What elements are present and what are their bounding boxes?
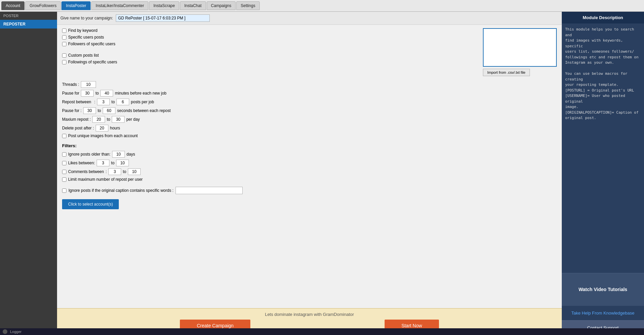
max-label: Maxium repost : [62, 117, 91, 122]
pause-minutes-row: Pause for to minutes before each new job [62, 90, 557, 97]
campaign-name-label: Give name to your campaign: [60, 16, 113, 20]
pause-to-input[interactable] [100, 90, 113, 97]
find-by-keyword-checkbox[interactable] [62, 29, 66, 33]
pause2-label: Pause for : [62, 108, 82, 113]
sidebar: POSTER REPOSTER [0, 12, 57, 335]
pause2-suffix: seconds between each repost [117, 108, 170, 113]
comments-between-row: Comments between : to [62, 168, 557, 175]
ignore-older-label: Ignore posts older than: [68, 152, 110, 157]
sidebar-header: POSTER [0, 12, 57, 20]
module-desc-header: Module Description [562, 12, 644, 23]
right-panel-wrapper: Module Description This module helps you… [562, 12, 644, 335]
app-wrapper: Account GrowFollowers InstaPoster InstaL… [0, 0, 644, 335]
max-suffix: per day [126, 117, 140, 122]
comments-checkbox[interactable] [62, 170, 66, 174]
tab-account[interactable]: Account [1, 1, 24, 10]
content-and-right: POSTER REPOSTER Give name to your campai… [0, 12, 644, 335]
ignore-caption-row: Ignore posts if the original caption con… [62, 187, 557, 194]
repost-between-label: Repost between [62, 100, 91, 104]
max-to-input[interactable] [112, 116, 125, 123]
filters-section: Filters: Ignore posts older than: days L… [62, 143, 557, 182]
unique-images-item: Post unique images from each account [62, 133, 557, 138]
delete-label: Delete post after : [62, 126, 94, 130]
repost-between-row: Repost between : to posts per job [62, 99, 557, 105]
unique-images-label: Post unique images from each account [68, 133, 138, 138]
specific-users-item: Specific users posts [62, 35, 416, 40]
specific-users-label: Specific users posts [68, 35, 104, 40]
image-preview-box [483, 28, 557, 67]
repost-sep: : [94, 100, 95, 104]
delete-suffix: hours [110, 126, 120, 130]
max-repost-row: Maxium repost : to per day [62, 116, 557, 123]
comments-sep: : [106, 169, 107, 174]
knowledgebase-btn[interactable]: Take Help From Knowledgebase [562, 305, 644, 320]
tab-instaliker[interactable]: InstaLiker/InstaCommenter [91, 1, 148, 10]
module-desc-text: This module helps you to search and find… [562, 23, 644, 273]
tab-growfollowers[interactable]: GrowFollowers [25, 1, 61, 10]
threads-input[interactable] [81, 81, 96, 88]
limit-repost-checkbox[interactable] [62, 177, 66, 182]
right-panel: Module Description This module helps you… [562, 12, 644, 335]
likes-from-input[interactable] [97, 160, 109, 166]
custom-posts-label: Custom posts list [68, 53, 99, 58]
followings-specific-checkbox[interactable] [62, 60, 66, 64]
ignore-caption-input[interactable] [176, 187, 243, 194]
find-by-keyword-label: Find by keyword [68, 28, 97, 33]
limit-repost-item: Limit maximum number of repost per user [62, 177, 557, 182]
custom-posts-checkbox[interactable] [62, 53, 66, 58]
likes-between-row: Likes between: to [62, 160, 557, 166]
repost-from-input[interactable] [97, 99, 110, 105]
custom-posts-item: Custom posts list [62, 53, 416, 58]
pause2-from-input[interactable] [83, 107, 96, 114]
source-image-row: Find by keyword Specific users posts Fol… [62, 28, 557, 76]
sidebar-item-reposter[interactable]: REPOSTER [0, 20, 57, 29]
comments-from-input[interactable] [108, 168, 121, 175]
likes-to-text: to [111, 161, 114, 165]
import-btn[interactable]: Import from .csv/.txt file [483, 69, 530, 76]
followings-specific-item: Followings of specific users [62, 60, 416, 64]
followers-specific-checkbox[interactable] [62, 42, 66, 46]
status-icon [3, 329, 7, 334]
pause-to-text: to [95, 91, 99, 96]
max-from-input[interactable] [92, 116, 105, 123]
repost-to-input[interactable] [116, 99, 129, 105]
ignore-older-suffix: days [127, 152, 135, 157]
ignore-older-checkbox[interactable] [62, 152, 66, 157]
top-nav: Account GrowFollowers InstaPoster InstaL… [0, 0, 644, 12]
specific-users-checkbox[interactable] [62, 35, 66, 40]
delete-input[interactable] [96, 125, 108, 131]
tab-instaposter[interactable]: InstaPoster [61, 1, 91, 10]
repost-suffix: posts per job [131, 100, 154, 104]
find-by-keyword-item: Find by keyword [62, 28, 416, 33]
comments-to-input[interactable] [128, 168, 141, 175]
settings-section: Threads : Pause for to minutes before ea… [62, 81, 557, 138]
tab-campaigns[interactable]: Campaigns [207, 1, 236, 10]
image-col: Import from .csv/.txt file [423, 28, 557, 76]
ignore-older-input[interactable] [112, 151, 125, 158]
unique-images-checkbox[interactable] [62, 134, 66, 138]
limit-repost-label: Limit maximum number of repost per user [68, 177, 143, 182]
select-accounts-btn[interactable]: Click to select account(s) [62, 199, 119, 209]
pause2-to-input[interactable] [103, 107, 115, 114]
tab-instachat[interactable]: InstaChat [180, 1, 206, 10]
pause2-to-text: to [98, 108, 101, 113]
pause-for-label: Pause for [62, 91, 79, 96]
tab-instascrape[interactable]: InstaScrape [149, 1, 179, 10]
followings-specific-label: Followings of specific users [68, 60, 117, 64]
ignore-caption-checkbox[interactable] [62, 188, 66, 193]
followers-specific-label: Followers of specific users [68, 42, 115, 46]
likes-label: Likes between: [68, 161, 95, 165]
ignore-caption-label: Ignore posts if the original caption con… [68, 188, 174, 193]
content-area: Give name to your campaign: Find by keyw… [57, 12, 562, 335]
threads-row: Threads : [62, 81, 557, 88]
threads-label: Threads : [62, 82, 79, 87]
pause-from-input[interactable] [81, 90, 94, 97]
tab-settings[interactable]: Settings [236, 1, 259, 10]
watch-video-btn[interactable]: Watch Video Tutorials [562, 273, 644, 305]
campaign-name-input[interactable] [116, 14, 210, 22]
pause-seconds-row: Pause for : to seconds between each repo… [62, 107, 557, 114]
likes-to-input[interactable] [116, 160, 129, 166]
likes-checkbox[interactable] [62, 161, 66, 165]
form-scroll: Find by keyword Specific users posts Fol… [57, 25, 562, 308]
pause-suffix: minutes before each new job [115, 91, 166, 96]
